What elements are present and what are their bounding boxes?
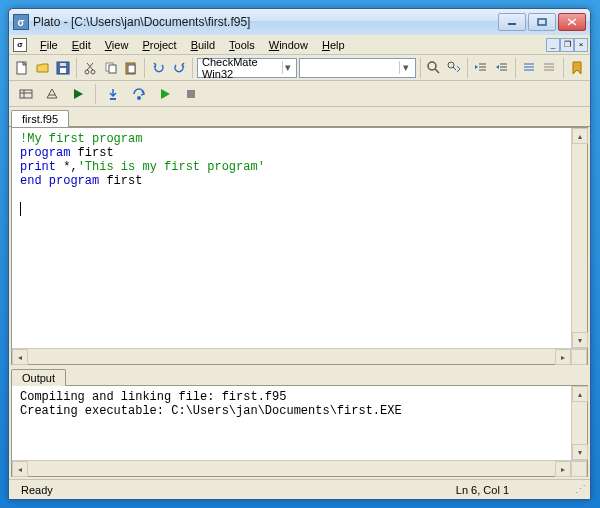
code-line: !My first program — [20, 132, 142, 146]
svg-point-10 — [85, 70, 89, 74]
mdi-close-button[interactable]: × — [574, 38, 588, 52]
code-editor[interactable]: !My first program program first print *,… — [12, 128, 571, 348]
code-line: end program — [20, 174, 99, 188]
menu-help[interactable]: Help — [315, 37, 352, 53]
svg-rect-15 — [128, 65, 135, 73]
mdi-restore-button[interactable]: ❐ — [560, 38, 574, 52]
text-cursor — [20, 202, 21, 216]
new-file-button[interactable] — [13, 57, 31, 79]
undo-button[interactable] — [149, 57, 167, 79]
scroll-right-icon[interactable]: ▸ — [555, 461, 571, 477]
output-hscrollbar[interactable]: ◂ ▸ — [12, 460, 587, 476]
scroll-down-icon[interactable]: ▾ — [572, 332, 588, 348]
run-button[interactable] — [67, 83, 89, 105]
chevron-down-icon: ▾ — [399, 61, 413, 74]
scroll-up-icon[interactable]: ▴ — [572, 386, 588, 402]
scroll-right-icon[interactable]: ▸ — [555, 349, 571, 365]
svg-line-17 — [435, 69, 439, 73]
scroll-left-icon[interactable]: ◂ — [12, 461, 28, 477]
code-line: program — [20, 146, 70, 160]
main-toolbar: CheckMate Win32 ▾ ▾ — [9, 55, 590, 81]
step-into-button[interactable] — [102, 83, 124, 105]
menu-view[interactable]: View — [98, 37, 136, 53]
svg-rect-1 — [538, 19, 546, 25]
svg-rect-38 — [187, 90, 195, 98]
svg-rect-32 — [20, 90, 32, 98]
menubar: σ File Edit View Project Build Tools Win… — [9, 35, 590, 55]
doc-menu-icon[interactable]: σ — [13, 38, 27, 52]
editor-vscrollbar[interactable]: ▴ ▾ — [571, 128, 587, 348]
compile-button[interactable] — [15, 83, 37, 105]
copy-button[interactable] — [102, 57, 120, 79]
open-file-button[interactable] — [33, 57, 51, 79]
stop-button[interactable] — [180, 83, 202, 105]
build-button[interactable] — [41, 83, 63, 105]
debug-toolbar — [9, 81, 590, 107]
menu-window[interactable]: Window — [262, 37, 315, 53]
editor-tabs: first.f95 — [9, 107, 590, 127]
scroll-down-icon[interactable]: ▾ — [572, 444, 588, 460]
cut-button[interactable] — [81, 57, 99, 79]
svg-point-11 — [91, 70, 95, 74]
build-config-value: CheckMate Win32 — [202, 56, 282, 80]
output-line: Creating executable: C:\Users\jan\Docume… — [20, 404, 402, 418]
scroll-left-icon[interactable]: ◂ — [12, 349, 28, 365]
svg-rect-6 — [60, 68, 66, 73]
svg-rect-36 — [110, 98, 116, 100]
editor-area: !My first program program first print *,… — [11, 127, 588, 365]
bookmark-button[interactable] — [568, 57, 586, 79]
output-line: Compiling and linking file: first.f95 — [20, 390, 286, 404]
scroll-corner — [571, 349, 587, 365]
menu-tools[interactable]: Tools — [222, 37, 262, 53]
output-vscrollbar[interactable]: ▴ ▾ — [571, 386, 587, 460]
output-pane: Output Compiling and linking file: first… — [11, 367, 588, 477]
menu-file[interactable]: File — [33, 37, 65, 53]
window-title: Plato - [C:\Users\jan\Documents\first.f9… — [33, 15, 498, 29]
save-button[interactable] — [54, 57, 72, 79]
tab-file[interactable]: first.f95 — [11, 110, 69, 127]
comment-button[interactable] — [520, 57, 538, 79]
minimize-button[interactable] — [498, 13, 526, 31]
outdent-button[interactable] — [493, 57, 511, 79]
output-text[interactable]: Compiling and linking file: first.f95 Cr… — [12, 386, 571, 460]
app-icon: σ — [13, 14, 29, 30]
svg-rect-7 — [60, 63, 66, 66]
uncomment-button[interactable] — [540, 57, 558, 79]
chevron-down-icon: ▾ — [282, 61, 295, 74]
target-combo[interactable]: ▾ — [299, 58, 416, 78]
mdi-minimize-button[interactable]: _ — [546, 38, 560, 52]
indent-button[interactable] — [472, 57, 490, 79]
continue-button[interactable] — [154, 83, 176, 105]
svg-point-16 — [428, 62, 436, 70]
redo-button[interactable] — [170, 57, 188, 79]
step-over-button[interactable] — [128, 83, 150, 105]
close-button[interactable] — [558, 13, 586, 31]
main-window: σ Plato - [C:\Users\jan\Documents\first.… — [8, 8, 591, 500]
code-line: print — [20, 160, 56, 174]
svg-point-37 — [137, 96, 141, 100]
status-position: Ln 6, Col 1 — [450, 484, 515, 496]
statusbar: Ready Ln 6, Col 1 ⋰ — [9, 479, 590, 499]
build-config-combo[interactable]: CheckMate Win32 ▾ — [197, 58, 297, 78]
find-next-button[interactable] — [445, 57, 463, 79]
paste-button[interactable] — [122, 57, 140, 79]
tab-output[interactable]: Output — [11, 369, 66, 386]
menu-project[interactable]: Project — [135, 37, 183, 53]
svg-rect-13 — [109, 65, 116, 73]
resize-grip-icon[interactable]: ⋰ — [575, 483, 584, 496]
status-ready: Ready — [15, 484, 59, 496]
svg-line-19 — [453, 67, 456, 70]
titlebar: σ Plato - [C:\Users\jan\Documents\first.… — [9, 9, 590, 35]
find-button[interactable] — [424, 57, 442, 79]
editor-hscrollbar[interactable]: ◂ ▸ — [12, 348, 587, 364]
menu-build[interactable]: Build — [184, 37, 222, 53]
menu-edit[interactable]: Edit — [65, 37, 98, 53]
scroll-corner — [571, 461, 587, 477]
scroll-up-icon[interactable]: ▴ — [572, 128, 588, 144]
maximize-button[interactable] — [528, 13, 556, 31]
